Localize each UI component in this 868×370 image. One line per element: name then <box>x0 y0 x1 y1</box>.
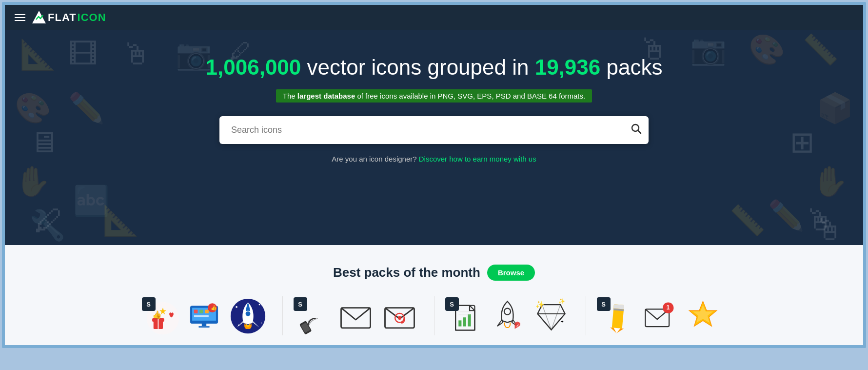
svg-line-42 <box>552 305 561 330</box>
svg-text:👍: 👍 <box>152 310 162 319</box>
pack3-s-badge: S <box>445 297 459 311</box>
pack1-icon2: 👍 <box>185 296 224 335</box>
hero-title-middle: vector icons grouped in <box>301 55 534 79</box>
svg-marker-39 <box>537 305 565 330</box>
pack1-s-badge: S <box>142 297 156 311</box>
subtitle-post: of free icons available in PNG, SVG, EPS… <box>355 92 585 100</box>
bg-icon-pencil2: ✏️ <box>768 201 805 230</box>
pack3-diamond-icon: ✨ ✨ ✦ <box>532 296 571 335</box>
svg-rect-14 <box>194 315 209 317</box>
logo-icon <box>31 10 47 25</box>
bg-icon-palette2: 🎨 <box>15 94 51 123</box>
logo-icon-text: ICON <box>78 11 106 24</box>
logo-flat-text: FLAT <box>48 11 77 24</box>
pack4-envelope-notification-icon: 1 <box>640 296 679 335</box>
hero-section: 📐 🎞 🖱 📷 🖊 🖱 📷 🎨 📏 🎨 ✏️ 🖥 ✋ 🔤 🔧 📦 ⊞ ✋ ✏️ … <box>5 30 863 245</box>
bg-icon-hand: ✋ <box>15 167 51 196</box>
pack4-star-svg <box>685 298 721 334</box>
subtitle-bold: largest database <box>297 92 355 100</box>
search-button[interactable] <box>626 119 646 141</box>
svg-rect-32 <box>458 320 461 326</box>
pack1-monitor-icon: 👍 <box>186 298 222 334</box>
svg-line-43 <box>537 313 551 329</box>
bg-icon-box: 📦 <box>817 94 853 123</box>
pack2-badge: S <box>297 301 332 335</box>
subtitle-pre: The <box>283 92 297 100</box>
svg-rect-12 <box>199 309 203 313</box>
outer-border: FLATICON 📐 🎞 🖱 📷 🖊 🖱 📷 🎨 📏 🎨 ✏️ 🖥 ✋ 🔤 🔧 … <box>2 2 866 348</box>
browse-button[interactable]: Browse <box>487 265 535 281</box>
navbar: FLATICON <box>5 5 863 30</box>
pack3-rocket-shield-svg: ✓ <box>489 298 526 334</box>
bg-icon-mouse3: 🖱 <box>814 216 844 245</box>
pack3-rocket-shield-icon: ✓ <box>488 296 527 335</box>
pack1-badge: S 👍 <box>146 301 180 335</box>
svg-point-20 <box>236 306 237 308</box>
pack-group-1[interactable]: S 👍 <box>131 296 283 335</box>
svg-point-37 <box>504 308 511 314</box>
svg-rect-34 <box>468 314 471 326</box>
svg-text:👍: 👍 <box>211 305 217 311</box>
designer-question: Are you an icon designer? <box>332 155 416 163</box>
hamburger-menu[interactable] <box>15 14 25 21</box>
pack2-email-search-svg <box>381 298 418 334</box>
bg-icon-wrench: 🔧 <box>29 211 66 240</box>
pack1-rocket-icon <box>230 298 266 334</box>
pack3-diamond-svg: ✨ ✨ ✦ <box>533 298 570 334</box>
hero-subtitle: The largest database of free icons avail… <box>276 89 592 103</box>
bg-icon-bottom4: 🖱 <box>805 206 834 235</box>
svg-rect-13 <box>205 309 209 313</box>
designer-text: Are you an icon designer? Discover how t… <box>15 155 853 163</box>
svg-text:✓: ✓ <box>516 323 519 328</box>
svg-point-24 <box>245 311 251 316</box>
svg-text:✨: ✨ <box>558 298 566 305</box>
pack-group-2[interactable]: S <box>283 296 434 335</box>
pack3-badge: S <box>449 301 483 335</box>
hero-number2: 19,936 <box>535 55 601 79</box>
svg-rect-33 <box>463 317 466 326</box>
best-packs-section: Best packs of the month Browse S <box>5 245 863 345</box>
svg-line-2 <box>638 131 641 134</box>
svg-point-21 <box>259 304 260 305</box>
pack4-badge: S <box>601 301 635 335</box>
svg-point-22 <box>261 322 262 323</box>
section-header: Best packs of the month Browse <box>24 265 844 281</box>
hero-title: 1,006,000 vector icons grouped in 19,936… <box>15 55 853 81</box>
pack1-icon3 <box>229 296 268 335</box>
bg-icon-grid: ⊞ <box>790 128 814 157</box>
svg-text:✨: ✨ <box>535 300 545 308</box>
pack2-envelope-icon <box>336 296 375 335</box>
bg-icon-bottom2: 📐 <box>102 206 139 235</box>
hero-title-end: packs <box>600 55 662 79</box>
bg-icon-bottom1: 🖊 <box>34 206 63 235</box>
search-input[interactable] <box>219 116 649 144</box>
pack2-email-search-icon <box>380 296 419 335</box>
search-icon <box>630 123 642 134</box>
svg-rect-15 <box>202 323 206 326</box>
pack4-star-icon <box>684 296 723 335</box>
bg-icon-letter: 🔤 <box>73 186 110 216</box>
svg-rect-16 <box>198 326 210 328</box>
svg-text:1: 1 <box>667 304 670 311</box>
svg-rect-51 <box>613 304 624 309</box>
pack4-s-badge: S <box>597 297 611 311</box>
svg-rect-11 <box>194 309 198 313</box>
logo[interactable]: FLATICON <box>31 10 106 25</box>
pack-group-3[interactable]: S <box>434 296 586 335</box>
section-title: Best packs of the month <box>333 265 480 280</box>
bg-icon-monitor: 🖥 <box>29 128 59 157</box>
packs-row: S 👍 <box>24 296 844 335</box>
pack2-envelope-svg <box>337 298 374 334</box>
pack2-s-badge: S <box>294 297 307 311</box>
pack4-envelope-notification-svg: 1 <box>641 298 677 334</box>
bg-icon-bottom3: 📏 <box>729 206 766 235</box>
svg-text:✦: ✦ <box>560 319 564 324</box>
bg-icon-hand2: ✋ <box>812 167 848 196</box>
bg-icon-pen: ✏️ <box>68 94 105 123</box>
hero-number1: 1,006,000 <box>206 55 301 79</box>
svg-line-41 <box>542 305 552 330</box>
search-container <box>219 116 649 144</box>
svg-point-30 <box>398 316 402 320</box>
pack-group-4[interactable]: S <box>586 296 737 335</box>
designer-link[interactable]: Discover how to earn money with us <box>419 155 536 163</box>
